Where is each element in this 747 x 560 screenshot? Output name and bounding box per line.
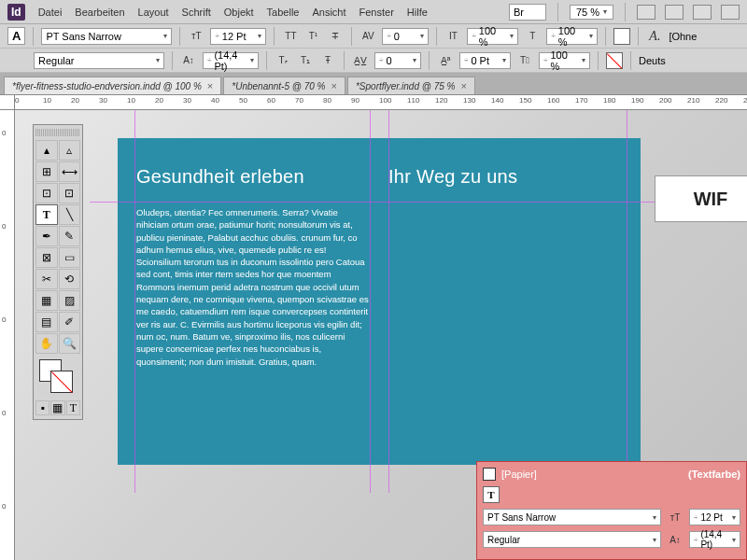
ruler-horizontal[interactable]: 0102030102030405060708090100110120130140… [15,95,747,110]
gap-tool[interactable]: ⟷ [59,161,81,182]
panel-font-style[interactable]: Regular▾ [483,531,661,548]
toolbox-grip[interactable] [35,129,80,136]
rectangle-tool[interactable]: ▭ [59,247,81,268]
subscript-icon[interactable]: T₁ [297,52,314,69]
menu-objekt[interactable]: Objekt [224,7,254,18]
direct-selection-tool[interactable]: ▵ [59,140,81,161]
paper-swatch[interactable] [483,468,496,481]
arrange-icon[interactable] [693,5,712,20]
strikethrough-icon[interactable]: Ŧ [319,52,336,69]
skew-input[interactable]: ÷100 %▾ [539,52,590,69]
menu-tabelle[interactable]: Tabelle [267,7,300,18]
line-tool[interactable]: ╲ [59,204,81,225]
stroke-color-swatch[interactable] [50,371,73,393]
apply-gradient-icon[interactable]: ▦ [50,400,64,415]
gradient-swatch-tool[interactable]: ▦ [35,290,58,311]
workspace: 00000 Gesundheit erleben Oludeps, utenti… [0,110,747,560]
menu-schrift[interactable]: Schrift [182,7,211,18]
document-page[interactable]: Gesundheit erleben Oludeps, utentia? Fec… [118,138,747,474]
tracking-input[interactable]: ÷0▾ [374,52,421,69]
kerning-icon: AV [359,28,376,45]
superscript-icon[interactable]: T¹ [304,28,321,45]
leading-input[interactable]: ÷(14,4 Pt)▾ [203,52,259,69]
apply-none-icon[interactable]: T [66,400,80,415]
smallcaps-icon[interactable]: Tᵣ [275,52,291,69]
skew-icon: T⃫ [516,52,533,69]
selection-tool[interactable]: ▴ [35,140,58,161]
guide-vertical[interactable] [627,110,627,493]
font-style-select[interactable]: Regular▾ [34,52,164,69]
tab-sportflyer[interactable]: *Sportflyer.indd @ 75 %× [347,77,475,94]
rectangle-frame-tool[interactable]: ⊠ [35,247,58,268]
content-placer-tool[interactable]: ⊡ [59,183,81,203]
ruler-vertical[interactable]: 00000 [0,110,15,560]
close-icon[interactable]: × [460,80,466,91]
panel-font-family[interactable]: PT Sans Narrow▾ [483,509,661,525]
menu-bearbeiten[interactable]: Bearbeiten [75,7,124,18]
note-tool[interactable]: ▤ [35,312,58,332]
tab-flyer-fitness[interactable]: *flyer-fitness-studio-endversion.indd @ … [4,77,221,94]
eyedropper-tool[interactable]: ✐ [59,312,81,332]
text-column-2[interactable]: Ihr Weg zu uns [388,166,622,437]
underline-icon[interactable]: T̶ [327,28,344,45]
type-tool[interactable]: T [35,204,58,225]
free-transform-tool[interactable]: ⟲ [59,269,81,289]
pen-tool[interactable]: ✒ [35,226,58,246]
vscale-icon: IT [444,28,461,45]
guide-horizontal[interactable] [90,202,669,203]
white-banner[interactable]: WIF [655,175,747,222]
language-label[interactable]: Deuts [639,55,666,66]
text-color-panel: [Papier] (Textfarbe) T PT Sans Narrow▾ т… [476,461,747,560]
scissors-tool[interactable]: ✂ [35,269,58,289]
guide-vertical[interactable] [388,110,389,493]
hscale-input[interactable]: ÷100 %▾ [546,28,598,45]
teal-panel[interactable]: Gesundheit erleben Oludeps, utentia? Fec… [118,138,641,465]
baseline-input[interactable]: ÷0 Pt▾ [459,52,511,69]
screen-mode-icon[interactable] [721,5,740,20]
toolbox: ▴▵ ⊞⟷ ⊡⊡ T╲ ✒✎ ⊠▭ ✂⟲ ▦▨ ▤✐ ✋🔍 ▪ ▦ T [33,124,83,420]
view-mode-icon-2[interactable] [665,5,684,20]
apply-color-icon[interactable]: ▪ [35,400,49,415]
menu-datei[interactable]: Datei [38,7,63,18]
menubar: Id Datei Bearbeiten Layout Schrift Objek… [0,0,747,24]
character-format-icon[interactable]: A [7,27,25,45]
menu-ansicht[interactable]: Ansicht [312,7,345,18]
charstyle-a-icon[interactable]: A. [646,28,663,45]
guide-vertical[interactable] [134,110,135,493]
gradient-feather-tool[interactable]: ▨ [59,290,81,311]
menu-hilfe[interactable]: Hilfe [407,7,428,18]
guide-vertical[interactable] [370,110,371,493]
allcaps-icon[interactable]: TT [282,28,299,45]
page-tool[interactable]: ⊞ [35,161,58,182]
kerning-input[interactable]: ÷0▾ [382,28,429,45]
close-icon[interactable]: × [331,80,337,91]
color-swatches[interactable] [35,359,80,397]
heading-weg[interactable]: Ihr Weg zu uns [388,166,622,188]
font-family-select[interactable]: PT Sans Narrow▾ [41,28,172,45]
panel-font-size[interactable]: ÷12 Pt▾ [689,509,740,525]
vscale-input[interactable]: ÷100 %▾ [467,28,518,45]
heading-gesundheit[interactable]: Gesundheit erleben [136,166,370,188]
tab-unbenannt[interactable]: *Unbenannt-5 @ 70 %× [223,77,345,94]
content-collector-tool[interactable]: ⊡ [35,183,58,203]
pencil-tool[interactable]: ✎ [59,226,81,246]
menu-layout[interactable]: Layout [138,7,169,18]
menu-fenster[interactable]: Fenster [359,7,394,18]
ruler-origin[interactable] [0,95,15,110]
zoom-level[interactable]: 75 %▾ [570,5,613,20]
leading-icon: A↕ [667,531,684,548]
close-icon[interactable]: × [207,80,213,91]
chevron-down-icon: ▾ [603,7,607,16]
view-mode-icon-1[interactable] [637,5,655,20]
baseline-icon: A̲ª [437,52,454,69]
panel-leading[interactable]: ÷(14,4 Pt)▾ [689,531,740,548]
fill-swatch[interactable] [613,28,630,45]
body-text[interactable]: Oludeps, utentia? Fec omnerumeris. Serra… [136,206,370,368]
font-size-input[interactable]: ÷12 Pt▾ [210,28,266,45]
zoom-tool[interactable]: 🔍 [59,333,81,354]
hand-tool[interactable]: ✋ [35,333,58,354]
text-column-1[interactable]: Gesundheit erleben Oludeps, utentia? Fec… [136,166,370,437]
stroke-swatch[interactable] [606,52,623,69]
text-format-icon[interactable]: T [483,486,500,503]
bridge-button[interactable]: Br [509,4,546,21]
